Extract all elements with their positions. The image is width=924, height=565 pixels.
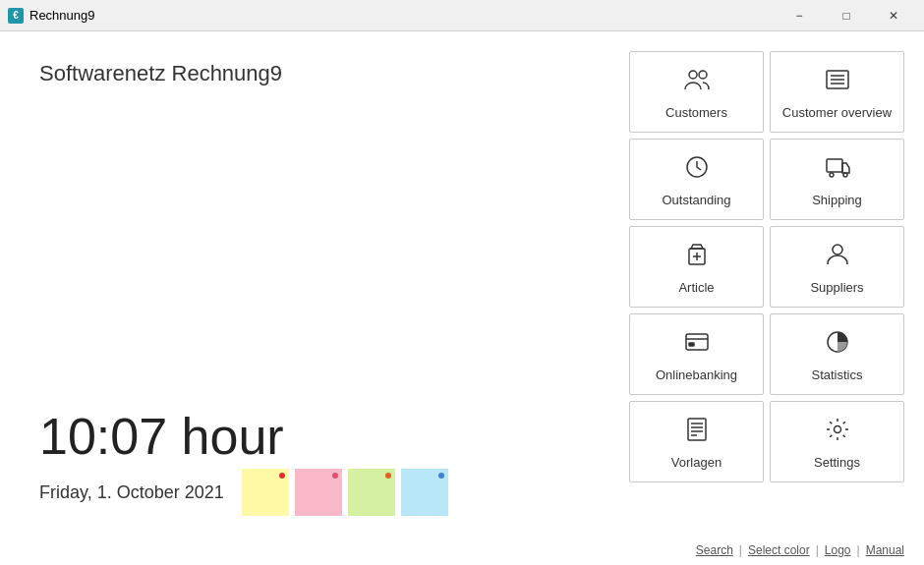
time-display: 10:07 hour (39, 409, 570, 465)
pin-blue (438, 473, 444, 479)
sticky-note-blue[interactable] (401, 469, 448, 516)
pin-orange (385, 473, 391, 479)
customers-icon (683, 66, 711, 97)
suppliers-label: Suppliers (810, 280, 863, 295)
article-icon (683, 241, 711, 272)
select-color-link[interactable]: Select color (748, 543, 810, 557)
vorlagen-label: Vorlagen (671, 455, 722, 470)
svg-point-1 (699, 71, 707, 79)
svg-rect-18 (688, 419, 706, 440)
settings-button[interactable]: Settings (770, 401, 904, 482)
svg-point-0 (689, 71, 697, 79)
sep1: | (739, 543, 742, 557)
footer: Search | Select color | Logo | Manual (696, 543, 904, 557)
left-panel: Softwarenetz Rechnung9 10:07 hour Friday… (0, 31, 609, 565)
suppliers-button[interactable]: Suppliers (770, 226, 904, 308)
onlinebanking-button[interactable]: Onlinebanking (629, 313, 764, 395)
statistics-label: Statistics (811, 367, 862, 382)
customer-overview-icon (824, 66, 851, 97)
title-bar-left: € Rechnung9 (8, 8, 95, 24)
minimize-button[interactable]: − (777, 0, 822, 31)
shipping-icon (824, 153, 851, 185)
svg-rect-14 (686, 334, 708, 350)
onlinebanking-label: Onlinebanking (656, 367, 737, 382)
svg-rect-16 (689, 343, 694, 346)
sticky-note-yellow[interactable] (242, 469, 289, 516)
sep2: | (816, 543, 819, 557)
outstanding-label: Outstanding (662, 193, 730, 207)
customers-button[interactable]: Customers (629, 51, 764, 133)
sticky-notes (242, 469, 448, 516)
app-icon: € (8, 8, 24, 24)
statistics-icon (824, 328, 851, 360)
suppliers-icon (824, 241, 851, 272)
window-title: Rechnung9 (29, 8, 95, 23)
search-link[interactable]: Search (696, 543, 733, 557)
pin-pink (332, 473, 338, 479)
main-content: Softwarenetz Rechnung9 10:07 hour Friday… (0, 31, 924, 565)
outstanding-icon (683, 153, 711, 185)
svg-point-8 (830, 173, 834, 177)
vorlagen-button[interactable]: Vorlagen (629, 401, 764, 482)
customer-overview-button[interactable]: Customer overview (770, 51, 904, 133)
article-button[interactable]: Article (629, 226, 764, 308)
title-bar-controls: − □ ✕ (777, 0, 916, 31)
pin-red (279, 473, 285, 479)
manual-link[interactable]: Manual (866, 543, 904, 557)
shipping-label: Shipping (812, 193, 862, 207)
sep3: | (857, 543, 860, 557)
vorlagen-icon (683, 416, 711, 447)
article-label: Article (678, 280, 714, 295)
svg-point-9 (843, 173, 847, 177)
button-grid: Customers Customer overview (629, 51, 904, 482)
app-title: Softwarenetz Rechnung9 (39, 61, 570, 86)
settings-label: Settings (814, 455, 860, 470)
shipping-button[interactable]: Shipping (770, 139, 904, 220)
logo-link[interactable]: Logo (825, 543, 851, 557)
outstanding-button[interactable]: Outstanding (629, 139, 764, 220)
svg-point-13 (833, 245, 842, 254)
maximize-button[interactable]: □ (824, 0, 869, 31)
settings-icon (824, 416, 851, 447)
date-text: Friday, 1. October 2021 (39, 482, 224, 503)
time-section: 10:07 hour Friday, 1. October 2021 (39, 409, 570, 516)
customer-overview-label: Customer overview (782, 105, 892, 120)
customers-label: Customers (665, 105, 727, 120)
sticky-note-green[interactable] (348, 469, 395, 516)
close-button[interactable]: ✕ (871, 0, 916, 31)
sticky-note-pink[interactable] (295, 469, 342, 516)
svg-rect-7 (827, 159, 842, 172)
title-bar: € Rechnung9 − □ ✕ (0, 0, 924, 31)
right-panel: Customers Customer overview (609, 31, 924, 565)
onlinebanking-icon (683, 328, 711, 360)
statistics-button[interactable]: Statistics (770, 313, 904, 395)
date-display: Friday, 1. October 2021 (39, 469, 570, 516)
svg-point-23 (834, 426, 840, 433)
